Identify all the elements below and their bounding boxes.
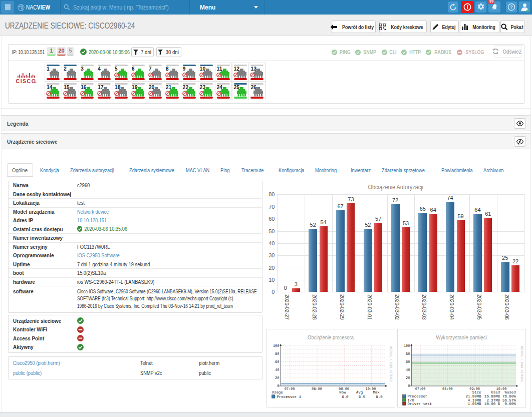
svg-text:07:00: 07:00 (285, 387, 295, 391)
svg-text:Now: Now (339, 390, 346, 394)
svg-text:Driver test: Driver test (407, 402, 432, 406)
svg-text:Used: Used (491, 390, 500, 394)
svg-text:100: 100 (273, 344, 279, 348)
svg-text:?: ? (510, 4, 513, 10)
svg-text:Size: Size (472, 390, 481, 394)
svg-text:100: 100 (404, 344, 410, 348)
svg-text:Processor 1: Processor 1 (277, 395, 301, 399)
svg-text:0.00%: 0.00% (504, 402, 516, 406)
svg-text:20: 20 (275, 376, 279, 380)
svg-text:80: 80 (275, 352, 279, 356)
svg-text:0: 0 (408, 384, 410, 388)
svg-text:Usage: Usage (272, 390, 283, 394)
svg-text:40: 40 (275, 368, 279, 372)
svg-text:80: 80 (406, 352, 410, 356)
svg-text:RRDTOOL / TOBI OETIKER: RRDTOOL / TOBI OETIKER (520, 346, 523, 382)
svg-text:Obciążenie procesora: Obciążenie procesora (308, 334, 354, 340)
svg-text:CISCO: CISCO (16, 78, 37, 84)
svg-text:6.0: 6.0 (342, 395, 348, 399)
svg-text:40: 40 (406, 368, 410, 372)
svg-text:8.0: 8.0 (376, 395, 382, 399)
svg-text:60: 60 (275, 360, 279, 364)
svg-text:Max: Max (373, 390, 380, 394)
svg-text:RRDTOOL / TOBI OETIKER: RRDTOOL / TOBI OETIKER (389, 346, 393, 382)
svg-text:6.5: 6.5 (359, 395, 365, 399)
svg-text:20: 20 (406, 376, 410, 380)
svg-text:Wykorzystanie pamięci: Wykorzystanie pamięci (436, 334, 487, 340)
svg-text:08:00: 08:00 (312, 387, 322, 391)
svg-text:07:00: 07:00 (415, 387, 426, 391)
svg-text:40.00 B: 40.00 B (484, 402, 500, 406)
svg-text:60: 60 (406, 360, 410, 364)
svg-text:1.05MB: 1.05MB (468, 402, 481, 406)
svg-text:08:00: 08:00 (442, 387, 453, 391)
svg-text:Avg: Avg (356, 390, 363, 394)
svg-text:%used: %used (504, 390, 515, 394)
svg-text:0: 0 (277, 384, 279, 388)
